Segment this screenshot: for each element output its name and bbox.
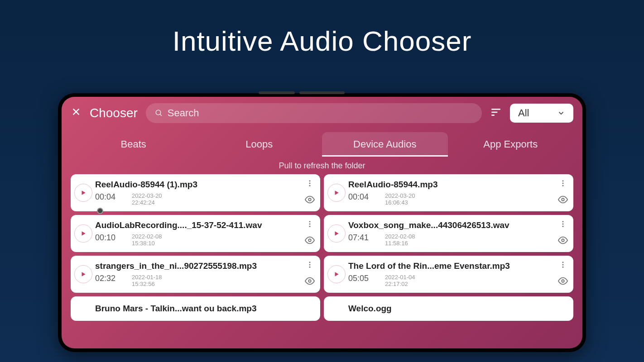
device-screen: Chooser Search All BeatsLoopsDevice Audi… xyxy=(62,97,582,348)
progress-indicator[interactable] xyxy=(97,208,103,214)
eye-icon[interactable] xyxy=(305,235,315,247)
tab-device-audios[interactable]: Device Audios xyxy=(322,132,448,157)
top-bar: Chooser Search All xyxy=(62,97,582,129)
search-input[interactable]: Search xyxy=(146,103,482,123)
play-button[interactable] xyxy=(327,224,346,243)
audio-card[interactable]: ReelAudio-85944.mp300:042022-03-2016:06:… xyxy=(324,174,573,211)
audio-filename: Welco.ogg xyxy=(348,304,568,314)
sort-icon[interactable] xyxy=(490,106,502,120)
svg-point-23 xyxy=(562,221,564,222)
play-icon xyxy=(80,271,87,277)
dropdown-value: All xyxy=(518,107,529,119)
audio-filename: ReelAudio-85944.mp3 xyxy=(348,180,555,190)
more-icon[interactable] xyxy=(559,220,567,230)
audio-date: 2022-02-08 xyxy=(385,233,415,240)
audio-time: 15:32:56 xyxy=(132,281,162,287)
svg-point-15 xyxy=(562,185,564,186)
audio-date: 2022-03-20 xyxy=(385,192,415,199)
audio-card[interactable]: Voxbox_song_make...44306426513.wav07:412… xyxy=(324,215,573,252)
audio-time: 22:42:24 xyxy=(132,199,162,206)
audio-time: 22:17:02 xyxy=(385,281,415,287)
play-icon xyxy=(80,230,87,237)
audio-card[interactable]: The Lord of the Rin...eme Evenstar.mp305… xyxy=(324,256,573,293)
audio-date-block: 2022-03-2016:06:43 xyxy=(385,192,415,206)
play-button[interactable] xyxy=(74,265,92,283)
eye-icon[interactable] xyxy=(305,195,315,206)
svg-point-26 xyxy=(562,239,564,242)
audio-filename: Voxbox_song_make...44306426513.wav xyxy=(348,220,555,230)
search-icon xyxy=(155,109,163,117)
audio-date: 2022-01-04 xyxy=(385,274,415,281)
audio-card[interactable]: AudioLabRecording...._15-37-52-411.wav00… xyxy=(71,215,320,252)
svg-point-20 xyxy=(309,226,311,227)
audio-filename: strangers_in_the_ni...90272555198.mp3 xyxy=(95,261,302,271)
audio-filename: ReelAudio-85944 (1).mp3 xyxy=(95,180,302,190)
play-button[interactable] xyxy=(327,265,346,283)
audio-duration: 00:04 xyxy=(95,192,115,202)
audio-card[interactable]: Bruno Mars - Talkin...want ou back.mp3 xyxy=(71,296,320,321)
screen-title: Chooser xyxy=(90,106,138,120)
audio-date-block: 2022-03-2022:42:24 xyxy=(132,192,162,206)
audio-date: 2022-02-08 xyxy=(132,233,162,240)
play-button[interactable] xyxy=(74,184,92,202)
device-frame: Chooser Search All BeatsLoopsDevice Audi… xyxy=(58,93,586,352)
audio-date-block: 2022-01-1815:32:56 xyxy=(132,274,162,287)
eye-icon[interactable] xyxy=(305,276,315,288)
svg-point-21 xyxy=(308,239,311,242)
svg-point-31 xyxy=(308,280,311,282)
audio-card[interactable]: strangers_in_the_ni...90272555198.mp302:… xyxy=(71,256,320,293)
more-icon[interactable] xyxy=(559,179,567,189)
svg-line-3 xyxy=(160,114,162,116)
play-button[interactable] xyxy=(74,224,92,243)
play-icon xyxy=(80,190,87,196)
svg-point-11 xyxy=(308,198,311,201)
tabs: BeatsLoopsDevice AudiosApp Exports xyxy=(71,132,573,157)
svg-point-34 xyxy=(562,264,564,266)
audio-duration: 02:32 xyxy=(95,274,115,283)
audio-date-block: 2022-02-0815:38:10 xyxy=(132,233,162,247)
play-button[interactable] xyxy=(327,184,346,202)
more-icon[interactable] xyxy=(306,220,314,230)
svg-point-24 xyxy=(562,224,564,225)
audio-card[interactable]: ReelAudio-85944 (1).mp300:042022-03-2022… xyxy=(71,174,320,211)
svg-point-14 xyxy=(562,183,564,184)
pull-to-refresh-text: Pull to refresh the folder xyxy=(62,157,582,174)
svg-point-9 xyxy=(309,183,311,184)
more-icon[interactable] xyxy=(306,179,314,189)
svg-point-16 xyxy=(562,198,564,201)
eye-icon[interactable] xyxy=(558,235,568,247)
tab-beats[interactable]: Beats xyxy=(71,132,197,157)
play-icon xyxy=(333,271,340,277)
audio-date: 2022-01-18 xyxy=(132,274,162,281)
audio-date-block: 2022-02-0811:58:16 xyxy=(385,233,415,247)
eye-icon[interactable] xyxy=(558,195,568,206)
audio-filename: AudioLabRecording...._15-37-52-411.wav xyxy=(95,220,302,230)
more-icon[interactable] xyxy=(559,261,567,271)
filter-dropdown[interactable]: All xyxy=(510,104,573,123)
eye-icon[interactable] xyxy=(558,276,568,288)
tab-loops[interactable]: Loops xyxy=(197,132,322,157)
audio-duration: 07:41 xyxy=(348,233,369,243)
svg-point-30 xyxy=(309,267,311,268)
play-icon xyxy=(333,190,340,196)
svg-point-36 xyxy=(562,280,564,282)
svg-point-2 xyxy=(156,110,161,115)
audio-card[interactable]: Welco.ogg xyxy=(324,296,573,321)
tab-app-exports[interactable]: App Exports xyxy=(448,132,574,157)
svg-marker-27 xyxy=(82,272,86,276)
more-icon[interactable] xyxy=(306,261,314,271)
close-icon[interactable] xyxy=(71,107,82,119)
audio-filename: Bruno Mars - Talkin...want ou back.mp3 xyxy=(95,304,315,314)
audio-time: 11:58:16 xyxy=(385,240,415,247)
audio-duration: 00:04 xyxy=(348,192,369,202)
svg-marker-22 xyxy=(335,231,339,235)
svg-marker-12 xyxy=(335,191,339,195)
svg-marker-7 xyxy=(82,191,86,195)
search-placeholder: Search xyxy=(168,107,199,119)
svg-point-29 xyxy=(309,264,311,266)
device-notch xyxy=(259,91,295,94)
audio-time: 16:06:43 xyxy=(385,199,415,206)
audio-time: 15:38:10 xyxy=(132,240,162,247)
device-notch xyxy=(299,91,345,94)
page-heading: Intuitive Audio Chooser xyxy=(0,0,644,57)
